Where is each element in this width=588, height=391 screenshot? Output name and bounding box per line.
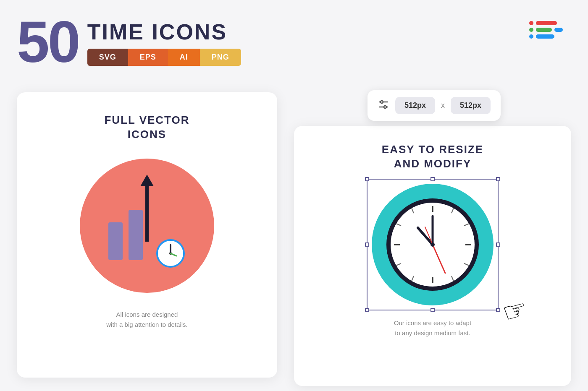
handle-bm (430, 308, 435, 312)
svg-line-19 (396, 263, 401, 266)
svg-line-22 (418, 228, 433, 245)
bar-1 (108, 222, 123, 260)
badge-ai: AI (168, 49, 200, 66)
size-width: 512px (395, 97, 435, 114)
left-card-title: FULL VECTOR ICONS (104, 113, 189, 142)
page-title: TIME ICONS (87, 21, 241, 43)
logo-dot-1 (529, 21, 533, 25)
clock-ticks (391, 203, 475, 287)
handle-br (496, 308, 500, 312)
format-badges: SVG EPS AI PNG (87, 49, 241, 66)
badge-png: PNG (200, 49, 241, 66)
hand-cursor-icon: ☞ (499, 292, 530, 328)
svg-line-17 (452, 276, 454, 281)
icon-count: 50 (17, 13, 79, 71)
svg-line-21 (412, 208, 414, 213)
svg-point-7 (381, 101, 383, 103)
size-height: 512px (451, 97, 491, 114)
svg-line-18 (412, 276, 414, 281)
size-control: 512px x 512px (368, 90, 501, 121)
svg-point-9 (384, 106, 386, 108)
svg-line-24 (433, 245, 445, 273)
handle-ml (365, 242, 369, 247)
handle-tl (365, 177, 369, 181)
left-card: FULL VECTOR ICONS All icons are designed… (17, 92, 277, 378)
settings-icon (378, 99, 389, 113)
orange-circle-icon (80, 159, 214, 293)
svg-line-20 (396, 224, 401, 226)
badge-svg: SVG (87, 49, 128, 66)
logo-dot-2 (529, 28, 533, 32)
left-card-description: All icons are designed with a big attent… (106, 310, 187, 330)
svg-point-26 (430, 242, 435, 247)
right-card-description: Our icons are easy to adapt to any desig… (394, 318, 471, 338)
small-clock-icon (155, 238, 186, 268)
logo-bar-2 (536, 28, 552, 32)
logo-bar-3 (536, 34, 554, 39)
right-card: EASY TO RESIZE AND MODIFY (294, 126, 571, 386)
clock-selection-wrapper: ☞ (372, 184, 494, 305)
teal-clock-background (372, 184, 494, 305)
size-separator: x (441, 101, 445, 110)
title-block: TIME ICONS SVG EPS AI PNG (87, 13, 241, 66)
badge-eps: EPS (128, 49, 168, 66)
clock-face (386, 198, 479, 291)
handle-tr (496, 177, 500, 181)
logo-bar-1 (536, 21, 557, 25)
clock-inner (391, 203, 475, 287)
svg-marker-1 (140, 175, 154, 186)
handle-tm (430, 177, 435, 181)
svg-line-16 (464, 263, 469, 266)
arrow-up-icon (139, 175, 165, 242)
logo-accent (554, 28, 563, 32)
header: 50 TIME ICONS SVG EPS AI PNG (17, 13, 241, 71)
handle-mr (496, 242, 500, 247)
brand-logo (529, 21, 563, 39)
svg-line-15 (464, 224, 469, 226)
svg-line-14 (452, 208, 454, 213)
handle-bl (365, 308, 369, 312)
logo-dot-3 (529, 34, 533, 39)
right-card-title: EASY TO RESIZE AND MODIFY (382, 143, 483, 171)
